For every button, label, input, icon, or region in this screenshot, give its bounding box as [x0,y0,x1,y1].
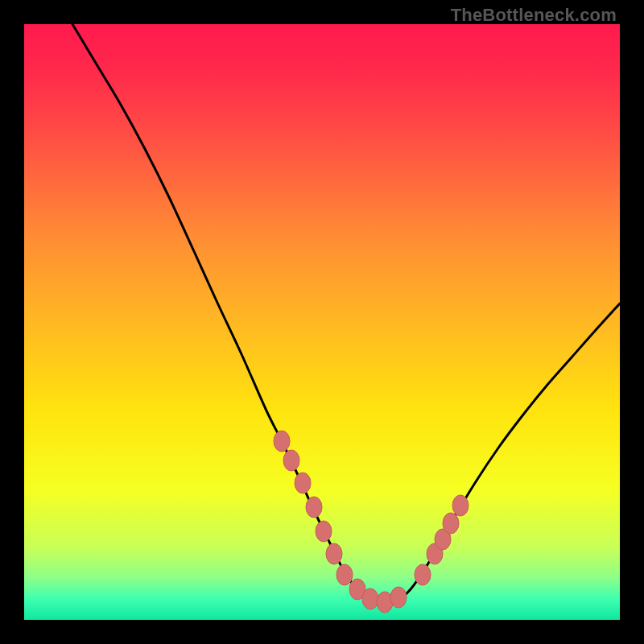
highlight-point [283,450,299,471]
highlight-point [326,543,342,564]
highlight-point [316,521,332,542]
chart-frame [24,24,620,620]
highlight-point [362,588,378,609]
highlight-points [274,431,469,613]
highlight-point [390,587,407,608]
highlight-point [295,473,311,493]
highlight-point [274,431,290,452]
bottleneck-curve [72,24,620,604]
highlight-point [306,497,322,518]
watermark-text: TheBottleneck.com [451,5,617,26]
highlight-point [415,564,431,585]
chart-svg [24,24,620,620]
highlight-point [452,495,469,516]
highlight-point [336,564,353,585]
highlight-point [443,513,459,534]
